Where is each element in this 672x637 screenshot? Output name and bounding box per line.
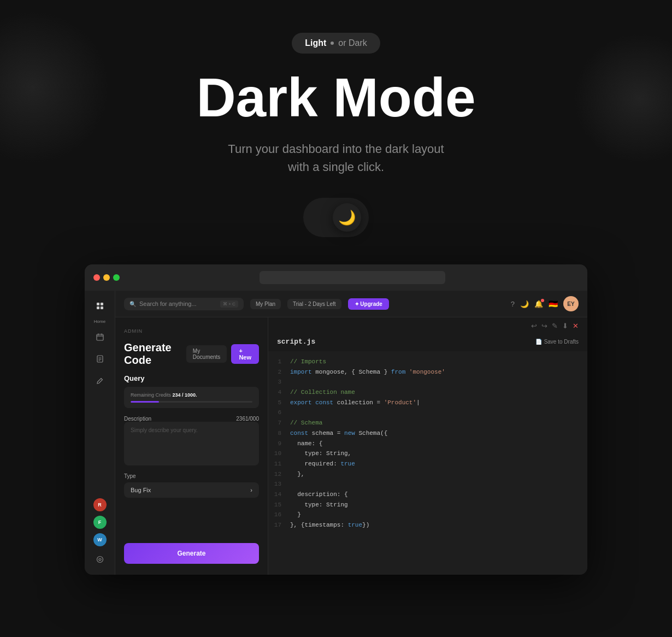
app-layout: Home	[85, 291, 587, 575]
type-label-row: Type	[124, 473, 259, 479]
sidebar-avatar-w[interactable]: W	[93, 533, 107, 546]
right-panel: ↩ ↪ ✎ ⬇ ✕ script.js 📄 Save to Drafts	[268, 317, 587, 575]
topbar: 🔍 Search for anything... ⌘ + C My Plan T…	[115, 291, 587, 317]
description-placeholder: Simply describe your query.	[131, 427, 198, 433]
upgrade-button[interactable]: ✦ Upgrade	[348, 298, 389, 310]
svg-point-8	[97, 557, 103, 563]
code-line-14: 14 description: {	[268, 489, 587, 500]
expand-traffic-light[interactable]	[113, 274, 120, 281]
main-content: 🔍 Search for anything... ⌘ + C My Plan T…	[115, 291, 587, 575]
light-label: Light	[305, 38, 326, 48]
code-line-12: 12 },	[268, 469, 587, 480]
trial-badge: Trial - 2 Days Left	[287, 299, 341, 309]
plan-badge[interactable]: My Plan	[250, 299, 281, 309]
code-line-3: 3	[268, 377, 587, 387]
code-line-10: 10 type: String,	[268, 449, 587, 459]
query-label: Query	[124, 374, 259, 382]
flag-icon[interactable]: 🇩🇪	[549, 299, 558, 308]
save-icon: 📄	[535, 339, 542, 345]
description-textarea[interactable]: Simply describe your query.	[124, 422, 259, 465]
sidebar-logo	[91, 297, 109, 315]
left-panel: ADMIN Generate Code My Documents + New Q…	[115, 317, 268, 575]
sidebar-avatar-r[interactable]: R	[93, 498, 107, 511]
undo-icon[interactable]: ↩	[531, 322, 537, 330]
type-field: Type Bug Fix ›	[124, 473, 259, 498]
type-label: Type	[124, 473, 136, 479]
theme-toggle-pill[interactable]: Light or Dark	[292, 33, 380, 54]
edit-icon[interactable]: ✎	[552, 322, 558, 330]
my-documents-button[interactable]: My Documents	[186, 345, 227, 363]
hero-subtitle: Turn your dashboard into the dark layout…	[11, 140, 661, 176]
moon-icon-button: 🌙	[333, 203, 361, 232]
redo-icon[interactable]: ↪	[541, 322, 547, 330]
sidebar-settings-icon[interactable]	[91, 551, 109, 568]
search-placeholder-text: Search for anything...	[139, 300, 197, 307]
code-line-6: 6	[268, 408, 587, 418]
sidebar-item-calendar[interactable]	[91, 328, 109, 346]
logo-grid-icon	[97, 303, 103, 309]
dark-label: or Dark	[338, 38, 367, 48]
editor-toolbar: ↩ ↪ ✎ ⬇ ✕	[268, 317, 587, 334]
sidebar: Home	[85, 291, 115, 575]
svg-rect-0	[97, 334, 103, 340]
credits-text: Remaining Credits 234 / 1000.	[131, 392, 252, 398]
search-shortcut: ⌘ + C	[220, 300, 238, 308]
browser-chrome	[85, 264, 587, 291]
help-icon[interactable]: ?	[511, 300, 515, 308]
new-button[interactable]: + New	[231, 344, 259, 364]
generate-button[interactable]: Generate	[124, 543, 259, 564]
content-area: ADMIN Generate Code My Documents + New Q…	[115, 317, 587, 575]
sidebar-item-edit[interactable]	[91, 372, 109, 390]
code-editor[interactable]: 1 // Imports 2 import mongoose, { Schema…	[268, 351, 587, 575]
topbar-actions: ? 🌙 🔔 🇩🇪 EY	[511, 296, 579, 311]
home-label: Home	[94, 319, 105, 324]
credits-box: Remaining Credits 234 / 1000.	[124, 387, 259, 408]
code-line-5: 5 export const collection = 'Product'|	[268, 398, 587, 408]
file-name: script.js	[277, 338, 315, 346]
hero-title: Dark Mode	[11, 70, 661, 125]
dashboard-preview: Home	[85, 264, 587, 575]
description-label-row: Description 2361/000	[124, 416, 259, 422]
credits-fill	[131, 401, 159, 403]
code-line-16: 16 }	[268, 510, 587, 520]
save-label: Save to Drafts	[544, 339, 579, 345]
hero-section: Light or Dark Dark Mode Turn your dashbo…	[0, 0, 672, 264]
code-line-11: 11 required: true	[268, 459, 587, 469]
dark-mode-toggle-button[interactable]: 🌙	[303, 198, 369, 237]
admin-breadcrumb: ADMIN	[124, 328, 259, 334]
save-drafts-button[interactable]: 📄 Save to Drafts	[535, 339, 579, 345]
svg-point-9	[99, 558, 101, 561]
credits-progress-bar	[131, 401, 252, 403]
description-label: Description	[124, 416, 151, 422]
minimize-traffic-light[interactable]	[103, 274, 110, 281]
url-bar[interactable]	[260, 271, 445, 284]
moon-icon: 🌙	[338, 209, 356, 226]
search-box[interactable]: 🔍 Search for anything... ⌘ + C	[124, 298, 244, 310]
editor-file-row: script.js 📄 Save to Drafts	[268, 334, 587, 351]
traffic-lights	[93, 274, 120, 281]
code-line-9: 9 name: {	[268, 439, 587, 449]
char-count: 2361/000	[236, 416, 259, 422]
sidebar-item-document[interactable]	[91, 350, 109, 368]
code-line-2: 2 import mongoose, { Schema } from 'mong…	[268, 367, 587, 378]
toggle-separator-dot	[331, 42, 334, 45]
code-line-13: 13	[268, 479, 587, 489]
code-line-17: 17 }, {timestamps: true})	[268, 520, 587, 530]
notification-icon[interactable]: 🔔	[534, 300, 543, 308]
moon-toggle-icon[interactable]: 🌙	[520, 300, 529, 308]
type-value: Bug Fix	[131, 487, 151, 493]
description-field: Description 2361/000 Simply describe you…	[124, 416, 259, 465]
code-line-1: 1 // Imports	[268, 357, 587, 367]
type-select[interactable]: Bug Fix ›	[124, 482, 259, 498]
download-icon[interactable]: ⬇	[562, 322, 568, 330]
code-line-4: 4 // Collection name	[268, 387, 587, 398]
search-icon: 🔍	[129, 301, 136, 307]
close-traffic-light[interactable]	[93, 274, 100, 281]
code-line-7: 7 // Schema	[268, 418, 587, 428]
close-editor-icon[interactable]: ✕	[573, 322, 579, 330]
chevron-down-icon: ›	[250, 487, 252, 493]
sidebar-avatar-f[interactable]: F	[93, 516, 107, 529]
user-avatar[interactable]: EY	[563, 296, 579, 311]
query-section: Query Remaining Credits 234 / 1000.	[124, 374, 259, 408]
page-title: Generate Code	[124, 341, 186, 367]
